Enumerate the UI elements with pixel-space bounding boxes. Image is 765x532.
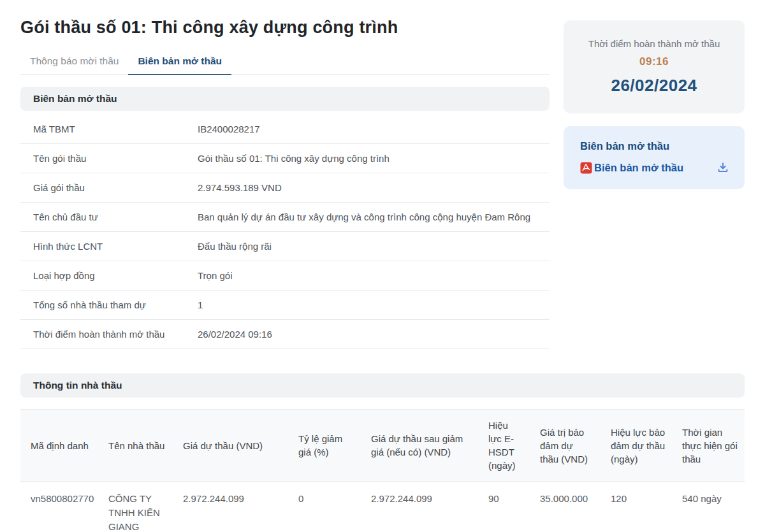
cell-gia-du-thau: 2.972.244.099	[173, 482, 288, 532]
contractor-section: Thông tin nhà thầu Mã định danh Tên nhà …	[20, 373, 745, 532]
cell-thoi-gian-thuc-hien: 540 ngày	[672, 482, 745, 532]
record-download-card: Biên bản mở thầu Biên bản mở thầu	[564, 126, 745, 189]
col-header-hieu-luc-bao-dam: Hiệu lực bảo đảm dự thầu (ngày)	[601, 410, 672, 482]
col-header-ty-le-giam-gia: Tỷ lệ giảm giá (%)	[288, 410, 361, 482]
col-header-ma-dinh-danh: Mã định danh	[20, 410, 98, 482]
opening-time-value: 09:16	[639, 55, 669, 68]
tab-thong-bao-moi-thau[interactable]: Thông báo mời thầu	[20, 50, 128, 75]
detail-row-ten-goi-thau: Tên gói thầu Gói thầu số 01: Thi công xâ…	[20, 144, 550, 173]
detail-row-loai-hop-dong: Loại hợp đồng Trọn gói	[20, 261, 550, 291]
download-icon[interactable]	[717, 161, 729, 174]
bid-package-page: Gói thầu số 01: Thi công xây dựng công t…	[0, 0, 765, 532]
col-header-ten-nha-thau: Tên nhà thầu	[98, 410, 173, 482]
cell-gia-sau-giam-gia: 2.972.244.099	[361, 482, 478, 532]
detail-label: Tên gói thầu	[33, 153, 198, 164]
detail-label: Tổng số nhà thầu tham dự	[33, 299, 198, 310]
col-header-hieu-luc-ehsdt: Hiệu lực E-HSDT (ngày)	[478, 410, 530, 482]
detail-label: Thời điểm hoàn thành mở thầu	[33, 329, 198, 340]
detail-value: Đấu thầu rộng rãi	[198, 241, 272, 252]
detail-row-thoi-diem-hoan-thanh: Thời điểm hoàn thành mở thầu 26/02/2024 …	[20, 320, 550, 349]
record-file-label: Biên bản mở thầu	[594, 162, 683, 174]
col-header-gia-sau-giam-gia: Giá dự thầu sau giảm giá (nếu có) (VND)	[361, 410, 478, 482]
opening-record-section-header: Biên bản mở thầu	[20, 87, 550, 111]
detail-value: Trọn gói	[198, 270, 232, 281]
tab-bien-ban-mo-thau[interactable]: Biên bản mở thầu	[128, 50, 231, 75]
tab-bar: Thông báo mời thầu Biên bản mở thầu	[20, 50, 550, 75]
opening-time-label: Thời điểm hoàn thành mở thầu	[588, 38, 720, 49]
opening-record-details: Mã TBMT IB2400028217 Tên gói thầu Gói th…	[20, 115, 550, 349]
cell-ty-le-giam-gia: 0	[288, 482, 361, 532]
detail-label: Mã TBMT	[33, 124, 198, 134]
col-header-gia-tri-bao-dam: Giá trị bảo đảm dự thầu (VND)	[530, 410, 601, 482]
detail-label: Giá gói thầu	[33, 182, 198, 193]
detail-value: 1	[198, 299, 203, 310]
contractor-table-row: vn5800802770 CÔNG TY TNHH KIẾN GIANG 2.9…	[20, 482, 745, 532]
cell-hieu-luc-ehsdt: 90	[478, 482, 530, 532]
detail-value: Gói thầu số 01: Thi công xây dựng công t…	[198, 153, 390, 164]
contractor-section-header: Thông tin nhà thầu	[20, 373, 745, 398]
opening-date-value: 26/02/2024	[611, 76, 697, 96]
cell-ma-dinh-danh: vn5800802770	[20, 482, 98, 532]
detail-row-ten-chu-dau-tu: Tên chủ đầu tư Ban quản lý dự án đầu tư …	[20, 203, 550, 232]
download-card-heading: Biên bản mở thầu	[580, 140, 729, 152]
contractor-table-header-row: Mã định danh Tên nhà thầu Giá dự thầu (V…	[20, 410, 745, 482]
detail-label: Tên chủ đầu tư	[33, 212, 198, 222]
detail-row-gia-goi-thau: Giá gói thầu 2.974.593.189 VND	[20, 173, 550, 203]
record-file-link[interactable]: Biên bản mở thầu	[580, 162, 683, 174]
detail-row-ma-tbmt: Mã TBMT IB2400028217	[20, 115, 550, 144]
page-title: Gói thầu số 01: Thi công xây dựng công t…	[20, 18, 550, 38]
col-header-gia-du-thau: Giá dự thầu (VND)	[173, 410, 288, 482]
opening-time-card: Thời điểm hoàn thành mở thầu 09:16 26/02…	[564, 20, 745, 113]
cell-hieu-luc-bao-dam: 120	[601, 482, 672, 532]
detail-label: Loại hợp đồng	[33, 270, 198, 281]
detail-value: 2.974.593.189 VND	[198, 182, 282, 193]
cell-gia-tri-bao-dam: 35.000.000	[530, 482, 601, 532]
detail-row-hinh-thuc-lcnt: Hình thức LCNT Đấu thầu rộng rãi	[20, 232, 550, 261]
download-file-row: Biên bản mở thầu	[580, 161, 729, 174]
col-header-thoi-gian-thuc-hien: Thời gian thực hiện gói thầu	[672, 410, 745, 482]
cell-ten-nha-thau: CÔNG TY TNHH KIẾN GIANG	[98, 482, 173, 532]
detail-value: 26/02/2024 09:16	[198, 329, 272, 340]
detail-value: Ban quản lý dự án đầu tư xây dựng và côn…	[198, 212, 530, 222]
detail-label: Hình thức LCNT	[33, 241, 198, 252]
detail-value: IB2400028217	[198, 124, 260, 134]
contractor-table: Mã định danh Tên nhà thầu Giá dự thầu (V…	[20, 409, 745, 532]
detail-row-tong-so-nha-thau: Tổng số nhà thầu tham dự 1	[20, 291, 550, 320]
pdf-file-icon	[580, 162, 592, 174]
